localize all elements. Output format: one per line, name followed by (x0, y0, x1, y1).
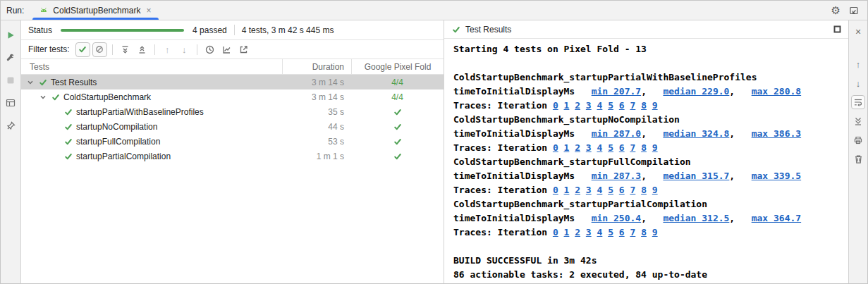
chevron-down-icon[interactable] (25, 78, 35, 87)
console-text (635, 227, 641, 237)
trace-link[interactable]: 8 (641, 100, 647, 111)
console-text: Traces: Iteration (453, 185, 553, 195)
show-ignored-filter-button[interactable] (92, 42, 107, 57)
trace-link[interactable]: 5 (608, 142, 613, 153)
export-test-results-button[interactable] (236, 42, 251, 57)
tree-row-startupnocompilation[interactable]: startupNoCompilation44 s (21, 119, 444, 134)
prev-trace-button[interactable]: ↑ (851, 57, 865, 71)
console-text: , (641, 86, 663, 97)
test-name-label: startupPartialCompilation (76, 152, 171, 161)
tests-summary: 4 tests, 3 m 42 s 445 ms (242, 25, 334, 35)
device-result: 4/4 (351, 78, 444, 87)
filter-tests-label: Filter tests: (28, 44, 70, 54)
trace-link[interactable]: median 229.0 (663, 86, 729, 97)
trace-link[interactable]: 2 (575, 142, 580, 153)
trace-link[interactable]: 9 (652, 185, 658, 195)
console-text (592, 142, 597, 153)
trace-link[interactable]: 0 (553, 227, 558, 237)
trace-link[interactable]: max 339.5 (752, 171, 801, 181)
test-tree-pane: Status 4 passed 4 tests, 3 m 42 s 445 ms… (21, 20, 444, 283)
restore-layout-icon[interactable] (4, 97, 17, 109)
test-name-label: startupPartialWithBaselineProfiles (76, 107, 204, 117)
trace-link[interactable]: 6 (619, 185, 625, 195)
tree-row-startuppartialcompilation[interactable]: startupPartialCompilation1 m 1 s (21, 149, 444, 163)
tree-row-coldstartupbenchmark[interactable]: ColdStartupBenchmark3 m 14 s4/4 (21, 89, 444, 104)
trace-link[interactable]: min 207.7 (592, 86, 641, 97)
trace-link[interactable]: median 312.5 (663, 213, 729, 223)
tab-close-icon[interactable]: × (145, 5, 152, 16)
trace-link[interactable]: 9 (652, 227, 658, 237)
trace-link[interactable]: 6 (619, 142, 625, 153)
previous-occurrence-button[interactable]: ↑ (160, 42, 175, 57)
test-results-tree: Test Results3 m 14 s4/4ColdStartupBenchm… (21, 75, 444, 283)
test-passed-icon (51, 92, 60, 101)
trace-link[interactable]: min 250.4 (592, 213, 641, 223)
console-text: , (641, 171, 663, 181)
trace-link[interactable]: 3 (586, 142, 592, 153)
trace-link[interactable]: min 287.0 (592, 128, 641, 139)
scroll-to-end-button[interactable] (851, 114, 865, 128)
test-history-button[interactable] (202, 42, 217, 57)
next-occurrence-button[interactable]: ↓ (177, 42, 192, 57)
stop-button-disabled[interactable] (4, 74, 17, 87)
test-name-cell: startupPartialCompilation (21, 152, 282, 161)
console-text: Starting 4 tests on Pixel Fold - 13 (453, 44, 647, 54)
import-test-results-button[interactable] (219, 42, 234, 57)
trace-link[interactable]: 9 (652, 100, 658, 111)
trace-link[interactable]: 3 (586, 185, 592, 195)
filter-toolbar: Filter tests: ↑ ↓ (21, 40, 444, 59)
trace-link[interactable]: max 364.7 (752, 213, 801, 223)
trace-link[interactable]: 5 (608, 185, 613, 195)
trace-link[interactable]: max 280.8 (752, 86, 801, 97)
trace-link[interactable]: 6 (619, 100, 625, 111)
trace-link[interactable]: 2 (575, 185, 580, 195)
trace-link[interactable]: 8 (641, 142, 647, 153)
build-wrench-icon[interactable] (4, 51, 17, 64)
maximize-icon[interactable] (833, 25, 841, 33)
next-trace-button[interactable]: ↓ (851, 76, 865, 90)
show-passed-filter-button[interactable] (75, 42, 90, 57)
console-text: ColdStartupBenchmark_startupPartialCompi… (453, 199, 707, 209)
print-icon[interactable] (851, 133, 865, 147)
trace-link[interactable]: 5 (608, 227, 613, 237)
tests-column-header[interactable]: Tests (21, 59, 282, 74)
trace-link[interactable]: 0 (553, 142, 558, 153)
close-panel-button[interactable]: × (851, 25, 865, 39)
trace-link[interactable]: 8 (641, 227, 647, 237)
collapse-all-button[interactable] (135, 42, 149, 57)
trace-link[interactable]: 2 (575, 100, 580, 111)
left-toolbar (1, 20, 21, 283)
trace-link[interactable]: median 315.7 (663, 171, 729, 181)
device-result (351, 123, 444, 131)
trace-link[interactable]: median 324.8 (663, 128, 729, 139)
trace-link[interactable]: 9 (652, 142, 658, 153)
run-tool-window: Run: ColdStartupBenchmark × ⚙ (0, 0, 868, 284)
trace-link[interactable]: 3 (586, 100, 592, 111)
trace-link[interactable]: max 386.3 (752, 128, 801, 139)
down-arrow-icon: ↓ (182, 45, 187, 54)
duration-column-header[interactable]: Duration (282, 59, 351, 74)
trace-link[interactable]: 0 (553, 100, 558, 111)
chevron-down-icon[interactable] (38, 92, 47, 101)
hide-window-icon[interactable] (849, 6, 859, 16)
settings-gear-icon[interactable]: ⚙ (831, 5, 841, 16)
device-column-header[interactable]: Google Pixel Fold (351, 59, 444, 74)
trace-link[interactable]: 6 (619, 227, 625, 237)
trace-link[interactable]: min 287.3 (592, 171, 641, 181)
trace-link[interactable]: 8 (641, 185, 647, 195)
pin-icon[interactable] (4, 119, 17, 132)
trace-link[interactable]: 2 (575, 227, 580, 237)
expand-all-button[interactable] (118, 42, 133, 57)
tab-label: ColdStartupBenchmark (53, 6, 140, 16)
rerun-button[interactable] (4, 29, 17, 42)
tree-row-startupfullcompilation[interactable]: startupFullCompilation53 s (21, 134, 444, 149)
passed-check-icon (451, 25, 460, 34)
clear-console-trash-icon[interactable] (851, 152, 865, 166)
trace-link[interactable]: 3 (586, 227, 592, 237)
tree-row-test-results[interactable]: Test Results3 m 14 s4/4 (21, 75, 444, 89)
soft-wrap-button[interactable] (851, 95, 865, 109)
tree-row-startuppartialwithbaselineprofiles[interactable]: startupPartialWithBaselineProfiles35 s (21, 104, 444, 119)
trace-link[interactable]: 0 (553, 185, 558, 195)
trace-link[interactable]: 5 (608, 100, 613, 111)
tab-coldstartupbenchmark[interactable]: ColdStartupBenchmark × (32, 1, 159, 20)
